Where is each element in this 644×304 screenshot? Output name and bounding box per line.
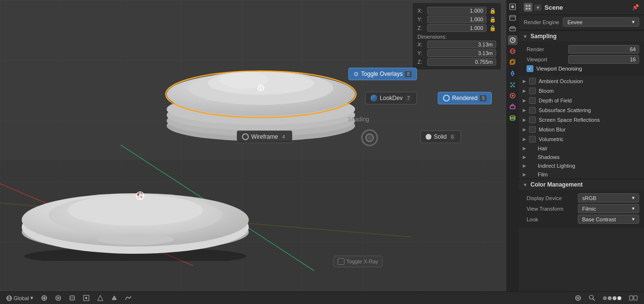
object-props-icon[interactable] [508, 58, 517, 67]
film-arrow: ▶ [523, 172, 526, 177]
particles-props-icon[interactable] [508, 80, 517, 89]
dof-item[interactable]: ▶ Depth of Field [519, 96, 644, 105]
dim-y-label: Y: [417, 50, 424, 56]
bloom-item[interactable]: ▶ Bloom [519, 86, 644, 96]
svg-point-51 [511, 86, 512, 87]
shading-dot-1 [603, 296, 607, 300]
bloom-checkbox[interactable] [529, 87, 536, 94]
ssr-checkbox[interactable] [529, 116, 536, 123]
ambient-occlusion-item[interactable]: ▶ Ambient Occlusion [519, 76, 644, 86]
physics-props-icon[interactable] [508, 91, 517, 101]
toggle-overlays-key: 8 [405, 71, 412, 77]
transform-pivot-button[interactable] [67, 294, 78, 302]
output-props-icon[interactable] [508, 13, 517, 23]
vol-checkbox[interactable] [529, 136, 536, 143]
viewport-nav-1[interactable] [572, 294, 584, 302]
view-layer-props-icon[interactable] [508, 24, 517, 34]
lookdev-label: LookDev [380, 95, 402, 101]
sss-label: Subsurface Scattering [539, 107, 591, 113]
shadows-arrow: ▶ [523, 155, 526, 159]
film-item[interactable]: ▶ Film [519, 170, 644, 179]
mesh-select-verts[interactable] [81, 294, 92, 302]
viewport-nav-2[interactable] [587, 294, 598, 302]
viewport-more-button[interactable] [627, 294, 640, 302]
snap-button[interactable] [39, 294, 50, 302]
toggle-overlays-button[interactable]: ⊙ Toggle Overlays 8 [348, 68, 417, 80]
view-transform-chevron: ▾ [632, 205, 635, 212]
curve-button[interactable] [123, 294, 134, 302]
svg-point-84 [589, 295, 593, 299]
indirect-lighting-item[interactable]: ▶ Indirect Lighting [519, 161, 644, 170]
dof-checkbox[interactable] [529, 97, 536, 104]
world-props-icon[interactable] [508, 46, 517, 56]
panel-header-dropdown[interactable]: ▾ [534, 4, 542, 11]
solid-label: Solid [434, 133, 447, 140]
denoising-checkbox[interactable]: ✓ [527, 65, 533, 72]
look-label: Look [527, 217, 575, 222]
render-samples-value[interactable]: 64 [568, 45, 639, 54]
svg-rect-46 [511, 59, 515, 63]
svg-point-54 [512, 95, 514, 97]
motion-blur-item[interactable]: ▶ Motion Blur [519, 125, 644, 134]
scene-props-icon[interactable] [508, 35, 517, 45]
solid-button[interactable]: Solid 6 [420, 130, 461, 143]
lookdev-button[interactable]: LookDev 7 [365, 92, 417, 104]
view-transform-dropdown[interactable]: Filmic ▾ [578, 204, 639, 213]
toggle-xray-button[interactable]: Toggle X-Ray [333, 256, 383, 267]
ao-checkbox[interactable] [529, 78, 536, 85]
viewport-samples-value[interactable]: 16 [568, 55, 639, 64]
hair-item[interactable]: ▶ Hair [519, 144, 644, 153]
svg-rect-62 [529, 5, 530, 7]
modifier-props-icon[interactable] [508, 69, 517, 78]
nav-compass-icon [575, 295, 581, 301]
data-props-icon[interactable] [508, 113, 517, 123]
x-value: 1.000 [427, 7, 487, 14]
panel-title: Scene [544, 4, 629, 11]
color-mgmt-header[interactable]: ▼ Color Management [519, 179, 644, 190]
rendered-label: Rendered [452, 95, 478, 101]
proportional-edit-button[interactable] [53, 294, 64, 302]
mb-checkbox[interactable] [529, 126, 536, 133]
view-transform-row: View Transform Filmic ▾ [527, 204, 639, 213]
panel-pin-icon[interactable]: 📌 [632, 4, 639, 11]
dim-x-label: X: [417, 42, 424, 47]
view-transform-label: View Transform [527, 206, 575, 212]
rendered-button[interactable]: Rendered 9 [438, 92, 492, 104]
sss-checkbox[interactable] [529, 107, 536, 114]
wireframe-button[interactable]: Wireframe 4 [237, 130, 292, 143]
viewport-shading-dots[interactable] [601, 295, 624, 301]
shadows-item[interactable]: ▶ Shadows [519, 153, 644, 161]
color-mgmt-title: Color Management [530, 181, 583, 188]
ssr-item[interactable]: ▶ Screen Space Reflections [519, 115, 644, 125]
sampling-section-header[interactable]: ▼ Sampling [519, 31, 644, 42]
global-chevron: ▾ [30, 295, 33, 301]
sss-item[interactable]: ▶ Subsurface Scattering [519, 105, 644, 115]
z-lock-icon: 🔒 [489, 25, 496, 31]
transform-z-row: Z: 1.000 🔒 [417, 24, 496, 32]
svg-point-71 [43, 297, 45, 299]
render-engine-value: Eevee [567, 19, 582, 25]
volumetric-item[interactable]: ▶ Volumetric [519, 134, 644, 144]
look-dropdown[interactable]: Base Contrast ▾ [578, 215, 639, 224]
face-select-icon [111, 295, 117, 301]
render-engine-row: Render Engine Eevee ▾ [519, 15, 644, 29]
mesh-select-faces[interactable] [109, 294, 120, 302]
color-mgmt-content: Display Device sRGB ▾ View Transform Fil… [519, 190, 644, 228]
il-arrow: ▶ [523, 163, 526, 168]
viewport-3d[interactable]: X: 1.000 🔒 Y: 1.000 🔒 Z: 1.000 🔒 Dimensi… [0, 0, 506, 291]
properties-header: ▾ Scene 📌 [519, 0, 644, 15]
global-dropdown[interactable]: Global ▾ [4, 294, 36, 302]
constraints-props-icon[interactable] [508, 102, 517, 112]
shading-dot-2 [608, 296, 612, 300]
svg-rect-37 [510, 15, 515, 20]
dim-y-row: Y: 3.13m [417, 49, 496, 57]
look-value: Base Contrast [582, 217, 616, 222]
shading-donut[interactable] [360, 128, 379, 149]
sampling-arrow: ▼ [523, 34, 528, 39]
mesh-select-edges[interactable] [95, 294, 106, 302]
dim-y-value: 3.13m [427, 49, 496, 57]
render-engine-dropdown[interactable]: Eevee ▾ [563, 17, 639, 27]
svg-point-14 [97, 233, 174, 245]
render-props-icon[interactable] [508, 2, 517, 12]
display-device-dropdown[interactable]: sRGB ▾ [578, 193, 639, 203]
